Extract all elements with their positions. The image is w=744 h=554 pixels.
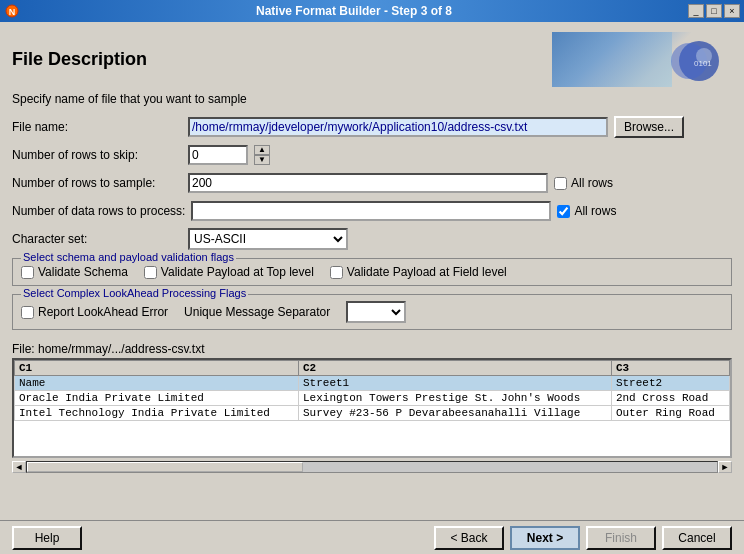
cell-r1c3: Street2 — [611, 376, 729, 391]
horizontal-scrollbar[interactable]: ◄ ► — [12, 460, 732, 474]
svg-text:N: N — [9, 7, 16, 17]
scroll-right-button[interactable]: ► — [718, 461, 732, 473]
file-table: C1 C2 C3 Name Street1 Street2 Oracle Ind… — [14, 360, 730, 421]
table-row: Intel Technology India Private Limited S… — [15, 406, 730, 421]
report-lookahead-checkbox[interactable] — [21, 306, 34, 319]
file-preview-section: File: home/rmmay/.../address-csv.txt C1 … — [12, 342, 732, 474]
next-button[interactable]: Next > — [510, 526, 580, 550]
scroll-track[interactable] — [26, 461, 718, 473]
rows-process-label: Number of data rows to process: — [12, 204, 185, 218]
file-table-wrapper: C1 C2 C3 Name Street1 Street2 Oracle Ind… — [12, 358, 732, 458]
col-c3: C3 — [611, 361, 729, 376]
charset-select[interactable]: US-ASCII UTF-8 ISO-8859-1 — [188, 228, 348, 250]
scroll-left-button[interactable]: ◄ — [12, 461, 26, 473]
cell-r2c1: Oracle India Private Limited — [15, 391, 299, 406]
close-button[interactable]: × — [724, 4, 740, 18]
rows-sample-label: Number of rows to sample: — [12, 176, 182, 190]
separator-select[interactable] — [346, 301, 406, 323]
button-bar: Help < Back Next > Finish Cancel — [0, 520, 744, 554]
header-banner: File Description 0101 — [0, 22, 744, 92]
allrows-process-checkbox-row: All rows — [557, 204, 616, 218]
rows-sample-row: Number of rows to sample: All rows — [12, 172, 732, 194]
filename-input[interactable] — [188, 117, 608, 137]
content-area: Specify name of file that you want to sa… — [0, 92, 744, 520]
separator-label: Unique Message Separator — [184, 305, 330, 319]
navigation-buttons: < Back Next > Finish Cancel — [434, 526, 732, 550]
charset-label: Character set: — [12, 232, 182, 246]
main-container: File Description 0101 Specify name of fi… — [0, 22, 744, 554]
report-lookahead-row: Report LookAhead Error — [21, 305, 168, 319]
rows-skip-row: Number of rows to skip: ▲ ▼ — [12, 144, 732, 166]
allrows-process-label: All rows — [574, 204, 616, 218]
cell-r1c2: Street1 — [299, 376, 612, 391]
filename-row: File name: Browse... — [12, 116, 732, 138]
allrows-sample-checkbox-row: All rows — [554, 176, 613, 190]
allrows-process-checkbox[interactable] — [557, 205, 570, 218]
lookahead-group-title: Select Complex LookAhead Processing Flag… — [21, 287, 248, 299]
report-lookahead-label: Report LookAhead Error — [38, 305, 168, 319]
validate-schema-label: Validate Schema — [38, 265, 128, 279]
cell-r3c1: Intel Technology India Private Limited — [15, 406, 299, 421]
rows-process-input[interactable] — [191, 201, 551, 221]
spinner-down[interactable]: ▼ — [254, 155, 270, 165]
help-button[interactable]: Help — [12, 526, 82, 550]
allrows-sample-label: All rows — [571, 176, 613, 190]
charset-row: Character set: US-ASCII UTF-8 ISO-8859-1 — [12, 228, 732, 250]
finish-button[interactable]: Finish — [586, 526, 656, 550]
file-table-body: Name Street1 Street2 Oracle India Privat… — [15, 376, 730, 421]
back-button[interactable]: < Back — [434, 526, 504, 550]
rows-skip-label: Number of rows to skip: — [12, 148, 182, 162]
validate-field-checkbox[interactable] — [330, 266, 343, 279]
validate-schema-row: Validate Schema — [21, 265, 128, 279]
scroll-thumb[interactable] — [27, 462, 303, 472]
cell-r3c3: Outer Ring Road — [611, 406, 729, 421]
instruction-text: Specify name of file that you want to sa… — [12, 92, 732, 106]
validate-field-label: Validate Payload at Field level — [347, 265, 507, 279]
lookahead-group: Select Complex LookAhead Processing Flag… — [12, 294, 732, 330]
col-c1: C1 — [15, 361, 299, 376]
allrows-sample-checkbox[interactable] — [554, 177, 567, 190]
maximize-button[interactable]: □ — [706, 4, 722, 18]
cancel-button[interactable]: Cancel — [662, 526, 732, 550]
validate-top-row: Validate Payload at Top level — [144, 265, 314, 279]
cell-r3c2: Survey #23-56 P Devarabeesanahalli Villa… — [299, 406, 612, 421]
cell-r2c3: 2nd Cross Road — [611, 391, 729, 406]
cell-r1c1: Name — [15, 376, 299, 391]
rows-skip-input[interactable] — [188, 145, 248, 165]
title-bar-left: N — [4, 3, 20, 19]
title-buttons: _ □ × — [688, 4, 740, 18]
app-icon: N — [4, 3, 20, 19]
page-title: File Description — [12, 49, 147, 70]
schema-group-content: Validate Schema Validate Payload at Top … — [21, 263, 723, 279]
validate-top-label: Validate Payload at Top level — [161, 265, 314, 279]
col-c2: C2 — [299, 361, 612, 376]
cell-r2c2: Lexington Towers Prestige St. John's Woo… — [299, 391, 612, 406]
rows-sample-input[interactable] — [188, 173, 548, 193]
browse-button[interactable]: Browse... — [614, 116, 684, 138]
header-graphic: 0101 — [552, 32, 732, 87]
window-title: Native Format Builder - Step 3 of 8 — [20, 4, 688, 18]
schema-group-title: Select schema and payload validation fla… — [21, 251, 236, 263]
title-bar: N Native Format Builder - Step 3 of 8 _ … — [0, 0, 744, 22]
svg-text:0101: 0101 — [694, 59, 712, 68]
file-preview-label: File: home/rmmay/.../address-csv.txt — [12, 342, 732, 356]
lookahead-group-content: Report LookAhead Error Unique Message Se… — [21, 299, 723, 323]
spinner-up[interactable]: ▲ — [254, 145, 270, 155]
rows-process-row: Number of data rows to process: All rows — [12, 200, 732, 222]
filename-label: File name: — [12, 120, 182, 134]
table-row: Oracle India Private Limited Lexington T… — [15, 391, 730, 406]
validate-top-checkbox[interactable] — [144, 266, 157, 279]
minimize-button[interactable]: _ — [688, 4, 704, 18]
file-table-header: C1 C2 C3 — [15, 361, 730, 376]
validate-schema-checkbox[interactable] — [21, 266, 34, 279]
table-row: Name Street1 Street2 — [15, 376, 730, 391]
validate-field-row: Validate Payload at Field level — [330, 265, 507, 279]
header-row: C1 C2 C3 — [15, 361, 730, 376]
rows-skip-spinner[interactable]: ▲ ▼ — [254, 145, 270, 165]
header-decoration: 0101 — [644, 36, 724, 87]
schema-validation-group: Select schema and payload validation fla… — [12, 258, 732, 286]
